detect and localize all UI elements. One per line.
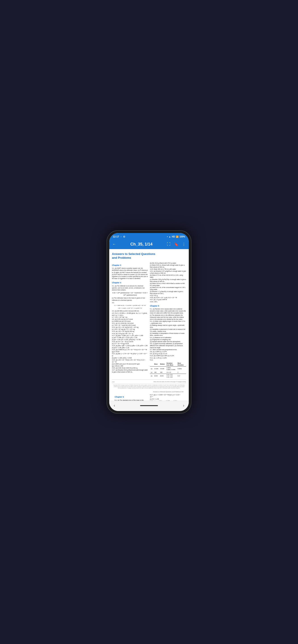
network-icon: 📶: [176, 236, 179, 238]
cell-e-median: 39.65: [159, 374, 166, 378]
page2-right: 6-17. (a) c₀ = 2.029 × 10⁻⁴ M (b) S_m = …: [150, 394, 183, 401]
cell-c-median: 189: [159, 371, 166, 374]
page-footer-right: Unless other wise stated, all content on…: [153, 381, 186, 382]
cell-e-mean: 39.59: [153, 374, 159, 378]
cell-c-label: (c): [150, 371, 153, 374]
cell-a-meandev: 0.0002: [177, 366, 186, 371]
wifi-icon: ⊙: [123, 235, 125, 238]
chapter4-c: (c) The millimolar mass is the mass in g…: [112, 297, 148, 301]
chapter3-content: 3-1. (a) SQRT returns a positive square …: [112, 267, 148, 280]
bookmark-button[interactable]: 🔖: [174, 242, 179, 247]
chapter4-rest: 4-4. (a) 320 MHz (c) 84.3 mol (e) 8.96 m…: [112, 310, 148, 373]
table-5-12: Mean Median Deviation from Mean Mean Dev…: [150, 362, 186, 378]
phone-frame: 12:17 ↑ ⊙ • ▲ HD 📶 100% ← Ch_35, 1/14 ⛶ …: [107, 230, 191, 414]
chapter4-formula: 6.02 × 10²³ particles/mol × 10⁻³ mol/mmo…: [112, 292, 148, 296]
chapter4-heading: Chapter 4: [112, 281, 148, 284]
cell-c-dev: 2.0, 4.3: [166, 371, 177, 374]
col2-p2-content: 6-17. (a) c₀ = 2.029 × 10⁻⁴ M (b) S_m = …: [150, 394, 183, 401]
page2-left: Chapter 6 6-1. (a) The standard error of…: [115, 394, 148, 401]
page1-two-col: Chapter 3 3-1. (a) SQRT returns a positi…: [112, 262, 186, 378]
table-row: (c) 190 189 2.0, 4.3 2: [150, 371, 186, 374]
chapter4-3formula1: 1 L = 1000 mL/1L × 1 cm³/mL × (m/100 cm)…: [112, 304, 148, 306]
cell-e-label: (e): [150, 374, 153, 378]
page-footer-number: A-34: [112, 381, 115, 382]
status-left: 12:17 ↑ ⊙: [113, 235, 125, 238]
signal-dot: •: [167, 236, 168, 238]
page2-two-col: Chapter 6 6-1. (a) The standard error of…: [115, 394, 183, 401]
col-header-mean-dev: Mean Deviation: [177, 362, 186, 366]
col-header-deviation: Deviation from Mean: [166, 362, 177, 366]
chapter3-heading: Chapter 3: [112, 264, 148, 267]
table-row: (a) 0.0106 0.0105 0.0004, 0.0002, 0.0001…: [150, 366, 186, 371]
cell-a-mean: 0.0106: [153, 366, 159, 371]
left-column: Chapter 3 3-1. (a) SQRT returns a positi…: [112, 262, 148, 378]
upload-icon: ↑: [120, 235, 122, 238]
copyright-text: Copyright 2013 Cengage Learning. All Rig…: [112, 384, 186, 389]
col2-content: (b) Mix 23.8 g ethanol with 476.2 g wate…: [150, 262, 186, 303]
time-display: 12:17: [113, 235, 119, 238]
expand-button[interactable]: ⛶: [166, 242, 171, 247]
chapter4-3: 4-3.: [112, 302, 148, 304]
chapter5-heading: Chapter 5: [150, 304, 186, 308]
phone-screen: 12:17 ↑ ⊙ • ▲ HD 📶 100% ← Ch_35, 1/14 ⛶ …: [109, 233, 189, 411]
cell-e-dev: 0.24, 0.02, 0.34, 0.09: [166, 374, 177, 378]
status-right: • ▲ HD 📶 100%: [167, 236, 185, 238]
status-bar: 12:17 ↑ ⊙ • ▲ HD 📶 100%: [109, 233, 189, 239]
cell-a-label: (a): [150, 366, 153, 371]
nav-back-button[interactable]: ‹: [109, 402, 119, 409]
cell-e-meandev: 0.17: [177, 374, 186, 378]
right-column: (b) Mix 23.8 g ethanol with 476.2 g wate…: [150, 262, 186, 378]
menu-button[interactable]: ⋮: [182, 242, 186, 247]
chapter6-content: 6-1. (a) The standard error of the mean …: [115, 399, 148, 401]
page-2: Answers to Selected Questions and Proble…: [112, 389, 186, 401]
home-indicator: [140, 405, 158, 406]
cell-c-mean: 190: [153, 371, 159, 374]
page-title: Answers to Selected Questions and Proble…: [112, 252, 186, 260]
hd-indicator: HD: [172, 236, 175, 238]
content-area[interactable]: Answers to Selected Questions and Proble…: [109, 249, 189, 401]
chapter6-heading: Chapter 6: [115, 396, 148, 398]
nav-forward-button[interactable]: ›: [179, 402, 189, 409]
table-row: (e) 39.59 39.65 0.24, 0.02, 0.34, 0.09 0…: [150, 374, 186, 378]
cell-c-meandev: 2: [177, 371, 186, 374]
app-bar: ← Ch_35, 1/14 ⛶ 🔖 ⋮: [109, 239, 189, 249]
battery-icon: 100%: [179, 236, 185, 238]
back-button[interactable]: ←: [112, 242, 116, 247]
col-header-mean: Mean: [153, 362, 159, 366]
col-header-median: Median: [159, 362, 166, 366]
col-header-blank: [150, 362, 153, 366]
bottom-nav: ‹ ›: [109, 401, 189, 411]
chapter5-content: 5-1. (a) Random error causes data to be …: [150, 308, 186, 361]
chapter4-3formula2: 1 M = 1 mol/L × L/10⁻³m³ = 1 mol/10⁻³m³: [112, 307, 148, 309]
chapter4-1: 4-1. (a) The millimole is an amount of a…: [112, 285, 148, 291]
page2-header: Answers to Selected Questions and Proble…: [115, 391, 183, 392]
app-bar-icons: ⛶ 🔖 ⋮: [166, 242, 186, 247]
app-bar-title: Ch_35, 1/14: [130, 242, 152, 247]
cell-a-median: 0.0105: [159, 366, 166, 371]
page-1: Answers to Selected Questions and Proble…: [109, 249, 189, 401]
cell-a-dev: 0.0004, 0.0002, 0.0001: [166, 366, 177, 371]
signal-strength-icon: ▲: [169, 236, 171, 238]
